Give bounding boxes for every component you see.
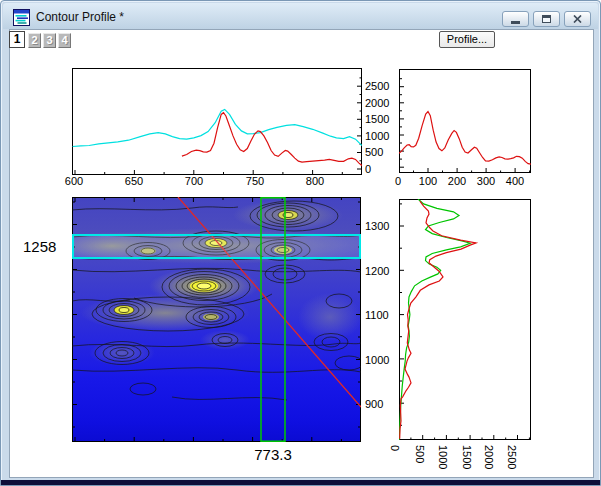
layer-tab-1[interactable]: 1	[9, 31, 25, 48]
layer-tab-2[interactable]: 2	[28, 33, 41, 48]
top-horizontal-profile-plot[interactable]	[72, 68, 362, 175]
plot-border	[73, 69, 362, 175]
graph-window-icon	[13, 9, 30, 26]
axis-tick-label: 500	[414, 445, 426, 463]
axis-tick-label: 2000	[483, 445, 495, 469]
axis-tick-label: 1000	[365, 130, 389, 142]
axis-tick-label: 1100	[365, 309, 389, 321]
minimize-button[interactable]	[502, 11, 529, 27]
plot-border	[400, 70, 531, 173]
horizontal-band-selector[interactable]	[73, 235, 360, 258]
axis-tick-label: 0	[389, 445, 401, 451]
crosshair-y-value-label: 1258	[23, 238, 56, 255]
restore-button[interactable]	[533, 11, 560, 27]
top-right-profile-plot[interactable]	[399, 69, 531, 173]
close-icon	[573, 15, 582, 23]
axis-tick-label: 800	[306, 175, 324, 187]
bottom-dark-strip	[1, 480, 600, 485]
titlebar[interactable]: Contour Profile *	[3, 3, 598, 29]
profile-button[interactable]: Profile...	[439, 31, 495, 48]
axis-tick-label: 500	[365, 146, 383, 158]
minimize-icon	[511, 21, 520, 24]
axis-tick-label: 2000	[365, 97, 389, 109]
crosshair-x-value-label: 773.3	[251, 446, 295, 463]
axis-tick-label: 2500	[506, 445, 518, 469]
axis-tick-label: 2500	[365, 80, 389, 92]
axis-tick-label: 1000	[437, 445, 449, 469]
restore-icon	[542, 15, 551, 23]
axis-tick-label: 650	[125, 175, 143, 187]
right-vertical-profile-plot[interactable]	[399, 199, 531, 440]
axis-tick-label: 600	[65, 175, 83, 187]
axis-tick-label: 100	[419, 175, 437, 187]
window-title: Contour Profile *	[36, 10, 124, 24]
axis-tick-label: 1500	[365, 113, 389, 125]
axis-tick-label: 900	[365, 398, 383, 410]
plot-border	[400, 200, 531, 440]
axis-tick-label: 1500	[461, 445, 473, 469]
axis-tick-label: 200	[448, 175, 466, 187]
window-frame: Contour Profile * 1 2 3 4 Profile...	[0, 0, 601, 486]
axis-tick-label: 0	[395, 175, 401, 187]
axis-tick-label: 1300	[365, 220, 389, 232]
close-button[interactable]	[564, 11, 591, 27]
axis-tick-label: 1200	[365, 265, 389, 277]
axis-tick-label: 750	[246, 175, 264, 187]
contour-map-plot[interactable]	[72, 197, 361, 442]
axis-tick-label: 0	[365, 163, 371, 175]
layer-tab-3[interactable]: 3	[43, 33, 56, 48]
axis-tick-label: 700	[185, 175, 203, 187]
axis-tick-label: 300	[477, 175, 495, 187]
axis-tick-label: 1000	[365, 354, 389, 366]
axis-tick-label: 400	[506, 175, 524, 187]
layer-tab-4[interactable]: 4	[58, 33, 71, 48]
origin-contour-profile-window: Contour Profile * 1 2 3 4 Profile...	[0, 0, 601, 486]
